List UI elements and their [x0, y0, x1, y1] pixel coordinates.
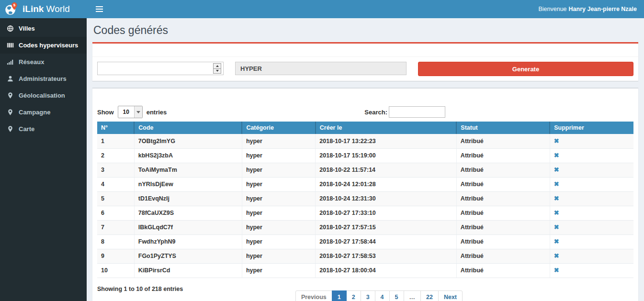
cell-created: 2018-10-17 13:22:23 [316, 134, 457, 148]
column-header-supprimer[interactable]: Supprimer [550, 122, 633, 134]
sidebar-item-label: Carte [19, 125, 34, 133]
delete-code-button[interactable]: ✖ [554, 152, 559, 159]
quantity-input[interactable] [97, 62, 224, 75]
pagination-page-2[interactable]: 2 [346, 290, 361, 301]
cell-n: 8 [97, 234, 134, 249]
table-body: 17OBtg2ImYGhyper2018-10-17 13:22:23Attri… [97, 134, 633, 278]
cell-delete: ✖ [550, 148, 633, 163]
delete-code-button[interactable]: ✖ [554, 252, 559, 259]
delete-code-button[interactable]: ✖ [554, 267, 559, 274]
stepper-up-icon[interactable] [213, 63, 221, 68]
cell-code: 7OBtg2ImYG [134, 134, 242, 148]
column-header-statut[interactable]: Statut [456, 122, 550, 134]
table-row: 2kbHS2j3zbAhyper2018-10-17 15:19:00Attri… [97, 148, 633, 163]
table-row: 9FGo1PyZTYShyper2018-10-27 17:58:53Attri… [97, 249, 633, 263]
pagination-previous[interactable]: Previous [295, 290, 332, 301]
sidebar-item-administrateurs[interactable]: Administrateurs [0, 70, 87, 87]
cell-code: nYRIsDjEew [134, 177, 242, 191]
delete-code-button[interactable]: ✖ [554, 137, 559, 145]
sidebar-item-campagne[interactable]: Campagne [0, 104, 87, 121]
cell-created: 2018-10-27 17:57:15 [316, 220, 457, 234]
cell-category: hyper [242, 191, 315, 206]
sidebar-item-codes-hyperviseurs[interactable]: Codes hyperviseurs [0, 37, 87, 54]
sidebar-toggle-button[interactable] [94, 3, 105, 15]
search-input[interactable] [389, 106, 445, 118]
sidebar-item-villes[interactable]: Villes [0, 20, 87, 37]
cell-code: KiBPirsrCd [134, 263, 242, 278]
pagination-page-4[interactable]: 4 [375, 290, 390, 301]
user-name: Hanry Jean-pierre Nzale [569, 6, 637, 12]
brand[interactable]: $ iLink World [0, 0, 87, 18]
column-header-categorie[interactable]: Catégorie [242, 122, 315, 134]
cell-status: Attribué [456, 163, 550, 177]
page-length-select[interactable]: 10 [118, 106, 143, 118]
cell-created: 2018-10-24 12:01:28 [316, 177, 457, 191]
delete-code-button[interactable]: ✖ [554, 166, 559, 173]
category-input[interactable] [235, 62, 407, 75]
delete-code-button[interactable]: ✖ [554, 238, 559, 245]
cell-status: Attribué [456, 134, 550, 148]
main-content: Codes générés Generate Show [87, 18, 644, 301]
stepper-down-icon[interactable] [213, 68, 221, 74]
globe-icon [7, 25, 14, 32]
cell-status: Attribué [456, 249, 550, 263]
generate-panel-header [92, 44, 638, 57]
cell-created: 2018-10-27 18:00:04 [316, 263, 457, 278]
table-row: 3ToAiMymaTmhyper2018-10-22 11:57:14Attri… [97, 163, 633, 177]
codes-table-panel: Show 10 entries Search: N°CodeCatégorieC… [92, 88, 638, 301]
entries-label: entries [147, 109, 167, 116]
quantity-stepper[interactable] [213, 63, 221, 74]
cell-n: 6 [97, 206, 134, 220]
sidebar-item-carte[interactable]: Carte [0, 121, 87, 137]
cell-delete: ✖ [550, 177, 633, 191]
sidebar-menu: VillesCodes hyperviseursRéseauxAdministr… [0, 20, 87, 137]
cell-n: 7 [97, 220, 134, 234]
sidebar-item-geolocalisation[interactable]: Géolocalisation [0, 87, 87, 104]
delete-code-button[interactable]: ✖ [554, 180, 559, 188]
pagination-page-3[interactable]: 3 [361, 290, 375, 301]
sidebar: VillesCodes hyperviseursRéseauxAdministr… [0, 18, 87, 301]
cell-delete: ✖ [550, 220, 633, 234]
sidebar-item-label: Administrateurs [19, 75, 67, 82]
navbar: Bienvenue Hanry Jean-pierre Nzale [87, 0, 644, 18]
cell-created: 2018-10-27 17:58:53 [316, 249, 457, 263]
pagination-next[interactable]: Next [438, 290, 463, 301]
map-marker-icon [7, 109, 14, 116]
quantity-field-wrap [97, 62, 224, 75]
cell-code: ToAiMymaTm [134, 163, 242, 177]
svg-text:$: $ [13, 3, 16, 7]
cell-created: 2018-10-17 15:19:00 [316, 148, 457, 163]
pagination-page-22[interactable]: 22 [420, 290, 439, 301]
page-length-control: Show 10 entries [97, 106, 167, 118]
cell-status: Attribué [456, 177, 550, 191]
pagination-page-1[interactable]: 1 [332, 290, 347, 301]
pagination-ellipsis: … [404, 290, 421, 301]
column-header-creer-le[interactable]: Créer le [316, 122, 457, 134]
cell-code: FwdhzYphN9 [134, 234, 242, 249]
cell-delete: ✖ [550, 249, 633, 263]
cell-status: Attribué [456, 234, 550, 249]
cell-delete: ✖ [550, 234, 633, 249]
cell-n: 2 [97, 148, 134, 163]
sidebar-item-label: Villes [19, 25, 35, 32]
sidebar-item-reseaux[interactable]: Réseaux [0, 54, 87, 70]
generate-button[interactable]: Generate [418, 62, 633, 76]
cell-code: kbHS2j3zbA [134, 148, 242, 163]
cell-created: 2018-10-27 17:33:10 [316, 206, 457, 220]
table-row: 7IBkGLqdC7fhyper2018-10-27 17:57:15Attri… [97, 220, 633, 234]
pagination-page-5[interactable]: 5 [389, 290, 404, 301]
brand-title: iLink World [23, 4, 70, 14]
table-row: 5tD1EvqNzIjhyper2018-10-24 12:31:30Attri… [97, 191, 633, 206]
hamburger-icon [96, 6, 103, 7]
column-header-n[interactable]: N° [97, 122, 134, 134]
sidebar-item-label: Campagne [19, 109, 50, 116]
delete-code-button[interactable]: ✖ [554, 209, 559, 216]
table-header-row: N°CodeCatégorieCréer leStatutSupprimer [97, 122, 633, 134]
delete-code-button[interactable]: ✖ [554, 195, 559, 202]
cell-category: hyper [242, 263, 315, 278]
column-header-code[interactable]: Code [134, 122, 242, 134]
delete-code-button[interactable]: ✖ [554, 223, 559, 231]
chevron-down-icon [134, 106, 142, 118]
cell-category: hyper [242, 234, 315, 249]
cell-category: hyper [242, 206, 315, 220]
